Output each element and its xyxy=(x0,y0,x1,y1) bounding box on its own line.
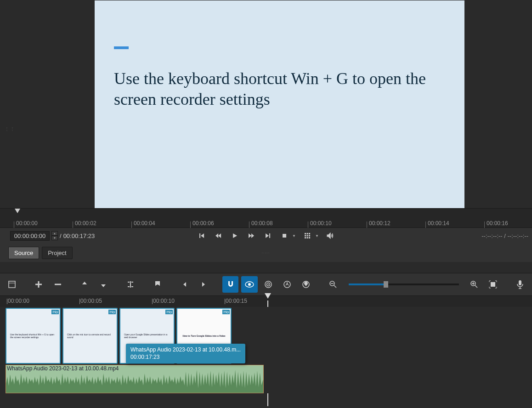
current-timecode-input[interactable] xyxy=(10,231,50,241)
ripple-markers-button[interactable] xyxy=(298,276,314,293)
timeline-ruler[interactable]: |00:00:00 |00:00:05 |00:00:10 |00:00:15 xyxy=(0,296,532,307)
preview-panel: ⋮⋮ Use the keyboard shortcut Win + G to … xyxy=(0,0,532,208)
ruler-tick: 00:00:06 xyxy=(192,220,214,227)
clip-tooltip: WhatsApp Audio 2023-02-13 at 10.00.48.m.… xyxy=(126,344,245,363)
marker-button[interactable] xyxy=(150,276,166,293)
zoom-slider[interactable] xyxy=(349,283,459,285)
tooltip-filename: WhatsApp Audio 2023-02-13 at 10.00.48.m.… xyxy=(130,346,241,354)
clip-label: Ho xyxy=(108,310,116,314)
spinner-up[interactable]: ▲ xyxy=(51,231,58,236)
svg-line-12 xyxy=(334,285,336,288)
slide-accent-bar xyxy=(114,46,129,49)
svg-line-15 xyxy=(475,285,477,288)
playhead[interactable] xyxy=(265,293,271,299)
ruler-tick: 00:00:02 xyxy=(75,220,96,227)
clip-thumb-text: Use the keyboard shortcut Win + G to ope… xyxy=(8,331,58,340)
clip-label: Ho xyxy=(222,310,230,314)
svg-point-4 xyxy=(248,283,251,286)
timeline-toolbar: * xyxy=(0,273,532,296)
svg-text:*: * xyxy=(287,282,289,287)
video-clip[interactable]: HoUse the keyboard shortcut Win + G to o… xyxy=(6,308,61,364)
skip-next-button[interactable] xyxy=(263,231,273,241)
panel-drag-handle[interactable]: ⋮⋮ xyxy=(5,126,16,131)
split-button[interactable] xyxy=(123,276,139,293)
play-button[interactable] xyxy=(230,231,240,241)
lift-button[interactable] xyxy=(77,276,93,293)
svg-rect-0 xyxy=(283,234,286,238)
zoom-dropdown-icon[interactable]: ▼ xyxy=(292,234,296,238)
video-clip[interactable]: HoClick on the mic icon to unmute and re… xyxy=(62,308,118,364)
panel-drag-handle[interactable]: ┄┄┄ xyxy=(262,251,270,255)
ruler-tick: 00:00:14 xyxy=(428,220,449,227)
timecode-spinner: ▲ ▼ xyxy=(51,231,58,240)
time-separator: / xyxy=(60,232,62,239)
zoom-in-button[interactable] xyxy=(466,276,482,293)
audio-clip-label: WhatsApp Audio 2023-02-13 at 10.00.48.mp… xyxy=(7,365,119,372)
next-marker-button[interactable] xyxy=(196,276,212,293)
menu-button[interactable] xyxy=(4,276,20,293)
spinner-down[interactable]: ▼ xyxy=(51,236,58,240)
prev-marker-button[interactable] xyxy=(176,276,192,293)
svg-rect-18 xyxy=(491,282,495,287)
fast-forward-button[interactable] xyxy=(246,231,256,241)
zoom-thumb[interactable] xyxy=(384,281,388,288)
overwrite-button[interactable] xyxy=(96,276,112,293)
add-button[interactable] xyxy=(31,276,47,293)
timeline-tick: |00:00:10 xyxy=(152,298,175,304)
tab-project[interactable]: Project xyxy=(42,247,72,259)
timeline-tick: |00:00:15 xyxy=(224,298,247,304)
ripple-all-button[interactable]: * xyxy=(279,276,295,293)
snap-button[interactable] xyxy=(222,276,238,293)
svg-point-7 xyxy=(268,284,269,285)
slide-content: Use the keyboard shortcut Win + G to ope… xyxy=(95,0,464,128)
preview-ruler[interactable]: 00:00:00 00:00:02 00:00:04 00:00:06 00:0… xyxy=(0,208,532,228)
skip-previous-button[interactable] xyxy=(197,231,207,241)
grid-button[interactable] xyxy=(302,231,312,241)
player-controls: ▲ ▼ / 00:00:17:23 ▼ ▼ --:--:--:-- / --:-… xyxy=(0,228,532,244)
tab-source[interactable]: Source xyxy=(8,247,39,259)
grid-dropdown-icon[interactable]: ▼ xyxy=(315,234,319,238)
in-out-timecodes: --:--:--:-- / --:--:--:-- xyxy=(481,232,528,239)
remove-button[interactable] xyxy=(50,276,66,293)
audio-clip[interactable]: WhatsApp Audio 2023-02-13 at 10.00.48.mp… xyxy=(6,365,264,393)
timecode-input-group: ▲ ▼ / 00:00:17:23 xyxy=(10,231,95,241)
slide-text: Use the keyboard shortcut Win + G to ope… xyxy=(114,68,426,110)
video-track[interactable]: HoUse the keyboard shortcut Win + G to o… xyxy=(0,307,532,365)
timeline-tick: |00:00:00 xyxy=(6,298,29,304)
ruler-tick: 00:00:04 xyxy=(134,220,155,227)
ruler-tick: 00:00:16 xyxy=(487,220,508,227)
clip-thumb-text: Open your Google Slides presentation in … xyxy=(122,331,172,340)
record-audio-button[interactable] xyxy=(512,276,528,293)
ruler-tick: 00:00:08 xyxy=(251,220,273,227)
rewind-button[interactable] xyxy=(213,231,223,241)
clip-label: Ho xyxy=(51,310,59,314)
zoom-fit-button[interactable] xyxy=(279,231,289,241)
clip-label: Ho xyxy=(165,310,173,314)
clip-thumb-text: Click on the mic icon to unmute and reco… xyxy=(65,331,115,340)
ruler-tick: 00:00:10 xyxy=(310,220,332,227)
ruler-tick: 00:00:00 xyxy=(16,220,38,227)
video-preview[interactable]: Use the keyboard shortcut Win + G to ope… xyxy=(95,0,464,208)
total-timecode: 00:00:17:23 xyxy=(63,232,95,239)
scrub-button[interactable] xyxy=(241,276,257,293)
volume-button[interactable] xyxy=(325,231,335,241)
zoom-out-button[interactable] xyxy=(325,276,341,293)
svg-rect-1 xyxy=(9,281,15,288)
clip-thumb-title: How to Turn Google Slides into a Video xyxy=(182,334,225,337)
zoom-fit-timeline-button[interactable] xyxy=(485,276,501,293)
timeline-tracks: HoUse the keyboard shortcut Win + G to o… xyxy=(0,307,532,393)
tooltip-duration: 00:00:17:23 xyxy=(130,354,241,361)
ruler-tick: 00:00:12 xyxy=(369,220,391,227)
svg-rect-19 xyxy=(519,280,521,285)
tabs-row: Source Project ┄┄┄ xyxy=(0,244,532,262)
ripple-button[interactable] xyxy=(260,276,277,293)
timeline-tick: |00:00:05 xyxy=(79,298,102,304)
